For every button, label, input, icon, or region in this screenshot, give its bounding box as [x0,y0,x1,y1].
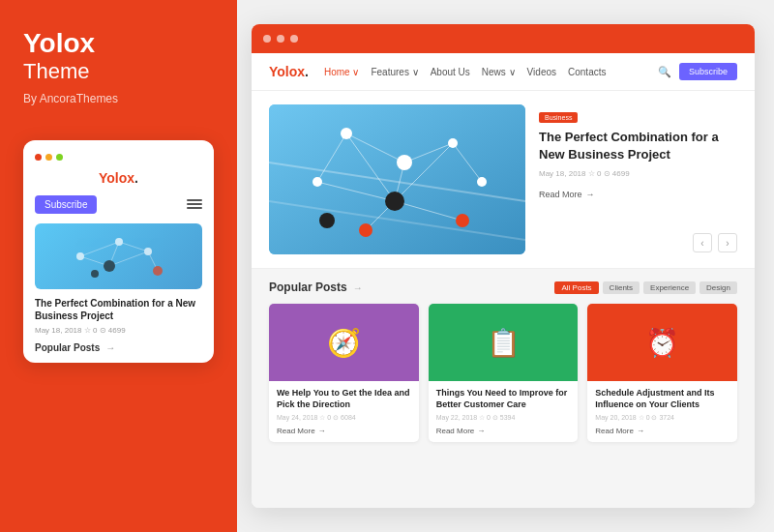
svg-line-3 [109,251,148,266]
nav-news[interactable]: News ∨ [482,67,516,77]
mobile-popular-arrow: → [105,342,115,353]
site-logo: Yolox. [269,64,309,79]
mobile-dot-green [56,154,63,161]
filter-experience[interactable]: Experience [643,281,696,294]
mobile-hero-image [35,223,202,289]
browser-bar [252,24,755,53]
svg-line-1 [119,242,148,251]
nav-contacts[interactable]: Contacts [568,67,606,77]
svg-point-28 [313,177,322,187]
svg-point-10 [153,266,163,276]
nav-videos[interactable]: Videos [527,67,556,77]
popular-title: Popular Posts [269,281,347,294]
filter-design[interactable]: Design [700,281,737,294]
mobile-popular-label: Popular Posts [35,342,100,353]
post-read-more-3[interactable]: Read More → [595,427,729,435]
nav-links: Home ∨ Features ∨ About Us News ∨ Videos… [324,67,658,77]
post-read-more-1[interactable]: Read More → [277,427,411,435]
filter-clients[interactable]: Clients [603,281,640,294]
hero-section: Business The Perfect Combination for a N… [252,91,755,269]
site-nav: Yolox. Home ∨ Features ∨ About Us News ∨… [252,53,755,91]
browser-dot-1 [263,35,271,43]
filter-all-posts[interactable]: All Posts [554,281,598,294]
post-card-1: 🧭 We Help You to Get the Idea and Pick t… [269,304,419,442]
brand-by: By AncoraThemes [23,92,214,105]
hero-prev-button[interactable]: ‹ [693,233,712,252]
popular-section: Popular Posts → All Posts Clients Experi… [252,269,755,508]
svg-point-29 [477,177,487,187]
popular-title-row: Popular Posts → [269,281,363,294]
left-panel: Yolox Theme By AncoraThemes Yolox. Subsc… [0,0,237,532]
hero-image [269,104,525,254]
post-thumb-3: ⏰ [587,304,737,381]
svg-point-6 [76,252,84,260]
svg-point-7 [115,238,123,246]
brand-subtitle: Theme [23,59,214,84]
post-thumb-2: 📋 [429,304,579,381]
post-body-1: We Help You to Get the Idea and Pick the… [269,381,419,442]
mobile-logo: Yolox. [35,170,202,186]
browser-window: Yolox. Home ∨ Features ∨ About Us News ∨… [252,24,755,508]
svg-point-27 [448,138,458,148]
browser-dot-3 [290,35,298,43]
hero-arrows: ‹ › [539,233,737,252]
search-icon[interactable]: 🔍 [658,66,671,78]
popular-header: Popular Posts → All Posts Clients Experi… [269,281,737,294]
post-meta-3: May 20, 2018 ☆ 0 ⊙ 3724 [595,414,729,422]
post-body-2: Things You Need to Improve for Better Cu… [429,381,579,442]
svg-rect-12 [269,104,525,254]
hero-title: The Perfect Combination for a New Busine… [539,129,737,163]
browser-dot-2 [277,35,284,43]
brand-name: Yolox [23,29,214,59]
read-more-arrow: → [586,190,595,199]
svg-point-33 [456,214,469,227]
nav-home[interactable]: Home ∨ [324,67,359,77]
post-meta-2: May 22, 2018 ☆ 0 ⊙ 5394 [436,414,571,422]
svg-point-11 [91,270,99,278]
mobile-dot-yellow [45,154,52,161]
hero-next-button[interactable]: › [718,233,737,252]
post-meta-1: May 24, 2018 ☆ 0 ⊙ 6084 [277,414,411,422]
post-card-2: 📋 Things You Need to Improve for Better … [429,304,579,442]
post-title-2: Things You Need to Improve for Better Cu… [436,388,571,410]
mobile-dots [35,154,202,161]
popular-arrow: → [353,282,363,293]
mobile-popular-row: Popular Posts → [35,342,202,353]
svg-point-8 [144,248,152,255]
mobile-dot-red [35,154,42,161]
mobile-mockup: Yolox. Subscribe [23,140,214,363]
subscribe-button[interactable]: Subscribe [679,63,737,80]
mobile-hamburger-icon[interactable] [187,199,202,209]
post-title-3: Schedule Adjustment and Its Influence on… [595,388,729,410]
post-thumb-1: 🧭 [269,304,419,381]
posts-grid: 🧭 We Help You to Get the Idea and Pick t… [269,304,737,442]
nav-features[interactable]: Features ∨ [371,67,418,77]
browser-content: Yolox. Home ∨ Features ∨ About Us News ∨… [252,53,755,508]
post-body-3: Schedule Adjustment and Its Influence on… [587,381,737,442]
post-title-1: We Help You to Get the Idea and Pick the… [277,388,411,410]
svg-line-0 [80,242,119,256]
mobile-post-title: The Perfect Combination for a New Busine… [35,297,202,322]
svg-point-25 [341,128,352,139]
svg-point-26 [397,155,412,170]
mobile-nav-row: Subscribe [35,195,202,214]
nav-about[interactable]: About Us [431,67,470,77]
mobile-subscribe-button[interactable]: Subscribe [35,195,97,214]
hero-content: Business The Perfect Combination for a N… [539,104,737,254]
svg-point-30 [385,192,404,211]
post-card-3: ⏰ Schedule Adjustment and Its Influence … [587,304,737,442]
hero-badge: Business [539,112,578,123]
hero-meta: May 18, 2018 ☆ 0 ⊙ 4699 [539,169,737,178]
popular-filters: All Posts Clients Experience Design [554,281,737,294]
svg-point-9 [104,260,115,272]
post-read-more-2[interactable]: Read More → [436,427,571,435]
hero-read-more[interactable]: Read More → [539,190,737,199]
right-panel: Yolox. Home ∨ Features ∨ About Us News ∨… [237,0,774,532]
svg-point-31 [319,213,335,228]
mobile-post-meta: May 18, 2018 ☆ 0 ⊙ 4699 [35,326,202,335]
svg-point-32 [359,223,372,237]
